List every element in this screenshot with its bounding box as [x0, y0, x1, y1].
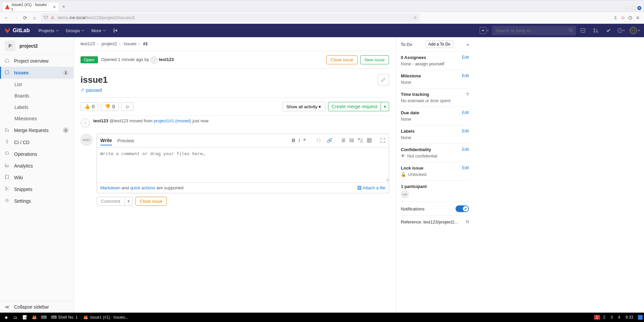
assignees-edit[interactable]: Edit — [462, 55, 469, 60]
forward-icon[interactable]: → — [13, 15, 19, 20]
ul-icon[interactable] — [340, 138, 346, 144]
sidebar-item-analytics[interactable]: Analytics — [0, 160, 73, 172]
notifications-toggle[interactable] — [455, 205, 469, 212]
taskbar-app-firefox[interactable]: 🦊issue1 (#1) · Issues... — [80, 313, 131, 322]
sidebar-item-settings[interactable]: Settings — [0, 195, 73, 207]
new-issue-button[interactable]: New issue — [360, 55, 389, 64]
close-issue-button[interactable]: Close issue — [326, 55, 358, 64]
add-todo-button[interactable]: Add a To Do — [425, 41, 453, 48]
sidebar-item-milestones[interactable]: Milestones — [0, 113, 73, 124]
search-input[interactable] — [495, 28, 567, 34]
due-edit[interactable]: Edit — [462, 110, 469, 115]
window-min-icon[interactable] — [625, 6, 629, 10]
bold-icon[interactable]: B — [292, 138, 295, 144]
groups-menu[interactable]: Groups — [63, 26, 88, 35]
new-tab-button[interactable]: ＋ — [59, 2, 68, 11]
sidebar-item-list[interactable]: List — [0, 79, 73, 90]
attachment-link[interactable]: passwd — [80, 87, 102, 93]
comment-dropdown[interactable]: ▾ — [125, 197, 133, 206]
back-icon[interactable]: ← — [3, 15, 9, 20]
collapse-sidebar[interactable]: ≪ Collapse sidebar — [0, 301, 73, 313]
sidebar-item-overview[interactable]: Project overview — [0, 55, 73, 67]
milestones-icon[interactable] — [112, 27, 119, 34]
markdown-link[interactable]: Markdown — [100, 185, 120, 190]
quote-icon[interactable]: ❝ — [303, 138, 306, 144]
noscript-icon[interactable]: ⦸ — [620, 15, 626, 20]
lock-edit[interactable]: Edit — [462, 166, 469, 171]
gitlab-logo[interactable]: GitLab — [4, 27, 30, 34]
hamburger-icon[interactable]: ≡ — [635, 15, 641, 20]
crumb-project[interactable]: project2 — [102, 41, 117, 46]
browser-tab[interactable]: issue1 (#1) · Issues · t ✕ — [2, 2, 59, 11]
labels-edit[interactable]: Edit — [462, 129, 469, 134]
write-tab[interactable]: Write — [100, 136, 112, 145]
activity-filter[interactable]: Show all activity ▾ — [282, 102, 325, 111]
global-search[interactable] — [492, 26, 576, 35]
milestone-edit[interactable]: Edit — [462, 73, 469, 78]
merge-requests-icon[interactable] — [592, 27, 599, 34]
editor-icon[interactable]: 📝 — [20, 313, 30, 322]
help-icon[interactable]: ? — [466, 92, 469, 97]
sidebar-item-boards[interactable]: Boards — [0, 90, 73, 102]
projects-menu[interactable]: Projects — [36, 26, 62, 35]
crumb-group[interactable]: test123 — [80, 41, 95, 46]
assign-yourself-link[interactable]: assign yourself — [415, 61, 444, 66]
help-icon[interactable]: ?▾ — [618, 27, 625, 34]
activity-link[interactable]: project1#1 (moved) — [154, 118, 191, 123]
author-name[interactable]: test123 — [159, 57, 174, 62]
sidebar-item-cicd[interactable]: CI / CD — [0, 136, 73, 148]
bookmark-icon[interactable]: ☆ — [413, 15, 417, 20]
comment-button[interactable]: Comment — [97, 197, 125, 206]
firefox-launcher-icon[interactable]: 🦊 — [30, 313, 39, 322]
files-icon[interactable]: 🗂 — [11, 313, 20, 322]
preview-tab[interactable]: Preview — [117, 136, 134, 145]
comment-textarea[interactable] — [97, 148, 389, 181]
window-close-icon[interactable]: ✕ — [637, 6, 641, 10]
italic-icon[interactable]: I — [299, 138, 300, 144]
workspace-4[interactable]: 4 — [616, 315, 622, 320]
sidebar-item-snippets[interactable]: Snippets — [0, 183, 73, 195]
terminal-icon[interactable]: ⌨ — [39, 313, 48, 322]
extensions-icon[interactable]: ⌬ — [627, 15, 633, 20]
taskbar-app-shell[interactable]: ⌨Shell No. 1 — [48, 313, 80, 322]
reload-icon[interactable]: ⟳ — [22, 15, 28, 20]
home-icon[interactable]: ⌂ — [32, 15, 38, 20]
collapse-rsidebar-icon[interactable]: » — [467, 42, 469, 47]
task-icon[interactable] — [358, 138, 363, 144]
code-icon[interactable]: 〈〉 — [314, 138, 323, 144]
address-bar[interactable]: 🛡 ⚠ demo.ine.local/test123/project2/issu… — [41, 13, 420, 22]
workspace-1[interactable]: 1 — [594, 315, 600, 320]
project-header[interactable]: P project2 — [0, 37, 73, 55]
add-reaction-button[interactable]: ☺ — [121, 102, 133, 111]
tray-icon[interactable] — [638, 315, 643, 320]
create-mr-button[interactable]: Create merge request — [328, 102, 381, 111]
activity-user[interactable]: test123 — [93, 118, 108, 123]
thumbs-up-button[interactable]: 👍0 — [80, 102, 98, 111]
attach-file-link[interactable]: 🖼 Attach a file — [357, 185, 385, 190]
edit-title-button[interactable] — [378, 74, 389, 85]
more-menu[interactable]: More — [89, 26, 109, 35]
close-issue-button-2[interactable]: Close issue — [136, 197, 167, 206]
fullscreen-icon[interactable] — [380, 138, 385, 144]
sidebar-item-operations[interactable]: Operations — [0, 148, 73, 160]
app-menu-icon[interactable]: ◆ — [1, 313, 11, 322]
issues-icon[interactable] — [579, 27, 587, 34]
conf-edit[interactable]: Edit — [462, 147, 469, 152]
workspace-2[interactable]: 2 — [601, 315, 607, 320]
create-mr-caret[interactable]: ▾ — [381, 102, 389, 111]
todos-icon[interactable] — [605, 27, 612, 34]
sidebar-item-issues[interactable]: Issues 1 — [0, 67, 73, 79]
user-menu[interactable]: ▾ — [630, 27, 640, 34]
sidebar-item-labels[interactable]: Labels — [0, 102, 73, 113]
table-icon[interactable] — [367, 138, 372, 144]
sidebar-item-merge-requests[interactable]: Merge Requests 0 — [0, 124, 73, 136]
thumbs-down-button[interactable]: 👎0 — [101, 102, 119, 111]
close-tab-icon[interactable]: ✕ — [53, 5, 56, 9]
sidebar-item-wiki[interactable]: Wiki — [0, 172, 73, 183]
new-dropdown[interactable]: ＋ ▾ — [480, 27, 489, 34]
link-icon[interactable]: 🔗 — [327, 138, 332, 144]
crumb-issues[interactable]: Issues — [124, 41, 137, 46]
participant-avatar[interactable]: use — [401, 190, 409, 198]
pocket-icon[interactable]: ⇩ — [612, 15, 619, 20]
copy-icon[interactable]: ⧉ — [466, 219, 469, 224]
